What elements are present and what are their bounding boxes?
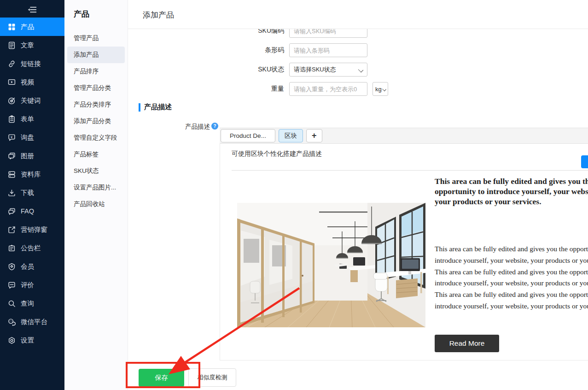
sidebar-item-label: 资料库: [21, 170, 41, 179]
sidebar-item-label: 关键词: [21, 96, 41, 105]
field-label: 重量: [224, 85, 284, 93]
album-icon: [8, 152, 16, 160]
sidebar-item-label: 营销弹窗: [21, 225, 47, 234]
save-button[interactable]: 保存: [139, 369, 184, 387]
sidebar-item-label: 文章: [21, 41, 34, 50]
download-icon: [8, 189, 16, 197]
section-accent-bar: [139, 103, 140, 112]
library-database-icon: [8, 171, 16, 178]
sidebar-item-settings[interactable]: 设置: [0, 331, 64, 349]
sidebar-item-label: 查询: [21, 299, 34, 308]
sidebar-item-notice-board[interactable]: 公告栏: [0, 239, 64, 257]
sku-status-select[interactable]: 请选择SKU状态: [289, 63, 367, 77]
form-clipboard-icon: [8, 115, 16, 123]
form-row-barcode: 条形码: [224, 43, 367, 57]
edit-block-button[interactable]: [581, 155, 588, 168]
divider: [232, 170, 588, 171]
submenu-item-recycle-bin[interactable]: 产品回收站: [67, 196, 125, 213]
sidebar-item-label: 评价: [21, 281, 34, 290]
link-icon: [8, 60, 16, 68]
sidebar-item-label: 图册: [21, 152, 34, 160]
help-icon[interactable]: ?: [211, 123, 218, 130]
sidebar-item-faq[interactable]: FAQ: [0, 202, 64, 220]
submenu-item-manage-categories[interactable]: 管理产品分类: [67, 80, 125, 96]
primary-nav: 产品 文章 短链接 视频 关键词 表单 ¥ 询盘 图册: [0, 18, 64, 349]
popup-expand-icon: [8, 226, 16, 234]
page-title: 添加产品: [143, 10, 174, 20]
faq-bubble-icon: [8, 207, 16, 215]
main-content: SKU编码 条形码 SKU状态 请选择SKU状态 重量 kg 添加产品 产品描述…: [128, 0, 588, 390]
submenu-item-product-sort[interactable]: 产品排序: [67, 63, 125, 80]
read-more-button[interactable]: Read More: [435, 335, 499, 352]
wechat-icon: [8, 318, 16, 326]
submenu-item-product-image-settings[interactable]: 设置产品图片...: [67, 179, 125, 196]
field-label: 条形码: [224, 46, 284, 54]
description-paragraph: This area can be fully edited and gives …: [435, 243, 588, 312]
sidebar-item-shortlinks[interactable]: 短链接: [0, 54, 64, 73]
barcode-input[interactable]: [289, 43, 367, 57]
sidebar-item-products[interactable]: 产品: [0, 18, 64, 36]
editor-tabstrip: Product De... 区块 +: [220, 128, 588, 144]
main-header: 添加产品: [128, 0, 588, 29]
office-photo: [237, 203, 425, 327]
sidebar-item-members[interactable]: 会员: [0, 257, 64, 276]
submenu-item-add-product[interactable]: 添加产品: [67, 47, 125, 63]
chevron-down-icon: [358, 67, 363, 72]
field-label: SKU状态: [224, 65, 284, 74]
sidebar-item-label: 产品: [21, 23, 34, 31]
sidebar-item-articles[interactable]: 文章: [0, 36, 64, 54]
form-row-sku-status: SKU状态 请选择SKU状态: [224, 63, 367, 77]
search-icon: [8, 300, 16, 307]
submenu-item-custom-fields[interactable]: 管理自定义字段: [67, 130, 125, 146]
collapse-menu-icon[interactable]: [26, 4, 39, 16]
inquiry-bubble-icon: ¥: [8, 134, 16, 142]
sidebar-item-albums[interactable]: 图册: [0, 147, 64, 165]
weight-unit-select[interactable]: kg: [373, 82, 388, 96]
review-comment-icon: [8, 281, 16, 289]
similarity-check-button[interactable]: 相似度检测: [188, 368, 236, 387]
submenu-item-manage-products[interactable]: 管理产品: [67, 30, 125, 47]
weight-input[interactable]: [289, 82, 367, 96]
sidebar-item-label: 下载: [21, 189, 34, 197]
submenu-item-sku-status[interactable]: SKU状态: [67, 163, 125, 179]
tab-blocks[interactable]: 区块: [279, 129, 303, 142]
grid-icon: [8, 23, 16, 31]
description-field-label: 产品描述: [177, 123, 210, 131]
chevron-down-icon: [382, 87, 386, 91]
member-badge-icon: [8, 263, 16, 271]
description-heading: This area can be fully edited and gives …: [435, 177, 588, 207]
sidebar-item-label: FAQ: [21, 207, 34, 215]
sidebar-item-downloads[interactable]: 下载: [0, 183, 64, 202]
sidebar-item-inquiries[interactable]: ¥ 询盘: [0, 128, 64, 147]
products-submenu: 产品 管理产品 添加产品 产品排序 管理产品分类 产品分类排序 添加产品分类 管…: [64, 0, 128, 390]
sidebar-item-marketing-popup[interactable]: 营销弹窗: [0, 220, 64, 239]
editor-hint-text: 可使用区块个性化搭建产品描述: [232, 150, 322, 158]
submenu-item-product-tags[interactable]: 产品标签: [67, 146, 125, 163]
sidebar-item-library[interactable]: 资料库: [0, 165, 64, 183]
sidebar-item-label: 公告栏: [21, 244, 41, 253]
sidebar-item-forms[interactable]: 表单: [0, 110, 64, 128]
sidebar-item-label: 短链接: [21, 59, 41, 68]
sidebar-item-query[interactable]: 查询: [0, 294, 64, 313]
notice-board-icon: [8, 244, 16, 252]
sidebar-item-label: 视频: [21, 78, 34, 87]
tab-product-description[interactable]: Product De...: [221, 129, 275, 142]
sidebar-item-label: 微信平台: [21, 318, 47, 326]
sidebar-item-label: 设置: [21, 336, 34, 345]
submenu-item-category-sort[interactable]: 产品分类排序: [67, 96, 125, 113]
select-value: kg: [375, 86, 382, 93]
add-tab-button[interactable]: +: [306, 129, 322, 142]
sidebar-item-label: 询盘: [21, 133, 34, 142]
sidebar-item-keywords[interactable]: 关键词: [0, 91, 64, 110]
sidebar-item-label: 会员: [21, 262, 34, 271]
submenu-list: 管理产品 添加产品 产品排序 管理产品分类 产品分类排序 添加产品分类 管理自定…: [64, 30, 128, 213]
sidebar-item-label: 表单: [21, 115, 34, 124]
svg-text:¥: ¥: [11, 135, 13, 139]
sidebar-item-reviews[interactable]: 评价: [0, 276, 64, 294]
sidebar-item-videos[interactable]: 视频: [0, 73, 64, 91]
submenu-title: 产品: [74, 9, 89, 19]
submenu-item-add-category[interactable]: 添加产品分类: [67, 113, 125, 130]
select-value: 请选择SKU状态: [294, 65, 336, 74]
sidebar-item-wechat[interactable]: 微信平台: [0, 313, 64, 331]
article-icon: [8, 41, 16, 49]
